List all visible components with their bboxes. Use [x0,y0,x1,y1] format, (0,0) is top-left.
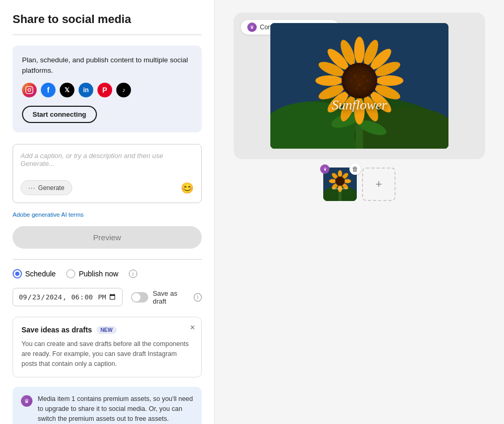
svg-point-27 [354,75,357,78]
caption-section: ··· Generate 😊 [13,144,202,203]
svg-text:Sunflower: Sunflower [332,97,387,113]
schedule-radio-dot [15,272,19,276]
date-row: Save as draft i [13,288,202,306]
svg-rect-0 [26,86,32,93]
x-twitter-icon: 𝕏 [60,83,74,97]
generate-label: Generate [38,184,64,192]
schedule-label: Schedule [25,270,56,278]
tiktok-icon: ♪ [116,83,131,97]
thumbnail-delete-button[interactable]: 🗑 [349,163,361,175]
save-ideas-header: Save ideas as drafts NEW [21,326,193,334]
schedule-row: Schedule Publish now i [13,269,202,278]
save-draft-row: Save as draft i [131,289,202,305]
image-preview-card: ♛ Contains premium assets. [234,13,485,159]
save-draft-info-icon[interactable]: i [194,293,202,302]
save-draft-label: Save as draft [152,289,190,305]
toggle-thumb [132,293,140,302]
publish-now-label: Publish now [79,270,118,278]
premium-warning: ♛ Media item 1 contains premium assets, … [13,387,202,424]
social-connect-card: Plan, schedule, and publish content to m… [13,46,202,132]
date-input[interactable] [13,288,123,306]
preview-button[interactable]: Preview [13,226,202,249]
save-draft-toggle[interactable] [131,292,148,303]
premium-crown-icon-sm: ♛ [21,395,32,407]
caption-footer: ··· Generate 😊 [20,180,194,195]
svg-point-28 [362,75,365,78]
caption-textarea[interactable] [20,152,194,173]
sunflower-image: Sunflower [270,23,448,149]
svg-point-31 [366,80,369,82]
svg-point-40 [344,179,351,183]
svg-point-26 [342,63,377,98]
svg-point-2 [31,88,32,89]
title-divider [13,35,202,35]
schedule-radio-option[interactable]: Schedule [13,269,56,278]
publish-now-radio-circle [66,269,75,278]
facebook-icon: f [41,83,56,97]
emoji-button[interactable]: 😊 [181,182,194,194]
pinterest-icon: P [97,83,112,97]
save-ideas-card: Save ideas as drafts NEW × You can creat… [13,317,202,377]
premium-warning-text: Media item 1 contains premium assets, so… [38,394,193,423]
svg-point-46 [335,176,345,186]
right-panel: ♛ Contains premium assets. [215,0,504,424]
publish-now-radio-option[interactable]: Publish now [66,269,118,278]
svg-point-29 [358,83,361,86]
thumbnail-item-1: 🗑 ♛ [323,168,357,201]
social-connect-description: Plan, schedule, and publish content to m… [22,55,192,75]
svg-point-44 [329,179,336,183]
linkedin-icon: in [79,83,93,97]
ai-terms-link[interactable]: Adobe generative AI terms [13,211,202,218]
schedule-info-icon[interactable]: i [129,270,137,278]
add-media-button[interactable]: + [362,168,396,201]
save-ideas-title: Save ideas as drafts [21,326,92,334]
dots-icon: ··· [28,184,36,192]
save-ideas-close-button[interactable]: × [190,323,195,332]
page-title: Share to social media [13,13,202,26]
start-connecting-button[interactable]: Start connecting [22,106,97,123]
svg-point-30 [350,80,353,82]
section-divider [13,259,202,260]
left-panel: Share to social media Plan, schedule, an… [0,0,215,424]
instagram-icon [22,83,37,97]
svg-text:Sunflower: Sunflower [333,186,348,191]
generate-button[interactable]: ··· Generate [20,180,72,195]
svg-point-22 [315,75,343,86]
svg-point-1 [28,88,30,91]
svg-point-10 [354,37,365,64]
schedule-radio-circle [13,269,22,278]
social-icons-row: f 𝕏 in P ♪ [22,83,192,97]
svg-point-38 [338,170,342,177]
thumbnail-crown-icon: ♛ [320,164,330,174]
thumbnail-strip: 🗑 ♛ [323,168,396,201]
crown-icon: ♛ [247,23,257,32]
save-ideas-text: You can create and save drafts before al… [21,339,193,369]
svg-point-33 [364,87,366,90]
new-badge: NEW [96,326,117,334]
svg-point-14 [376,75,403,86]
svg-point-32 [356,87,358,90]
